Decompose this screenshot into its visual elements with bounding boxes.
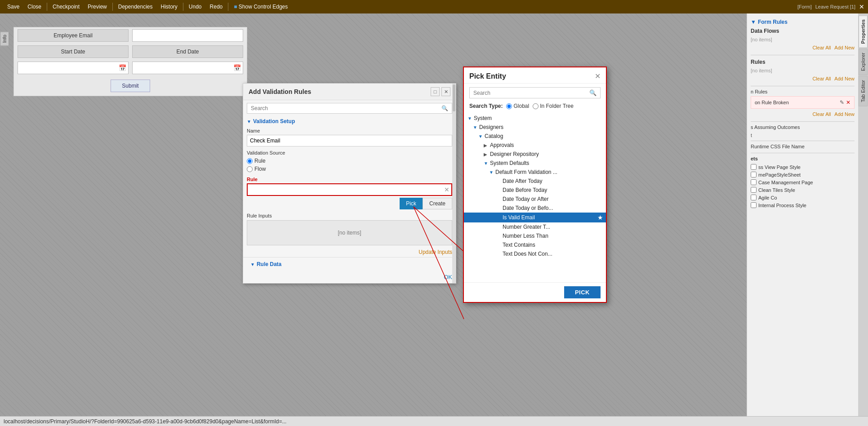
folder-tree-radio[interactable] xyxy=(533,103,539,109)
preview-button[interactable]: Preview xyxy=(84,2,111,12)
panel-divider-3 xyxy=(751,121,855,122)
toolbar-separator xyxy=(47,3,47,11)
folder-tree-label: In Folder Tree xyxy=(540,103,574,109)
start-date-label: Start Date xyxy=(18,45,129,58)
case-mgmt-checkbox[interactable] xyxy=(751,179,757,185)
info-tab[interactable]: Info xyxy=(0,31,9,46)
name-input[interactable] xyxy=(247,135,452,146)
internal-process-checkbox-row: Internal Process Style xyxy=(751,201,855,209)
tree-node-default-form-validation[interactable]: ▼ Default Form Validation ... xyxy=(464,168,606,177)
text-contains-label: Text Contains xyxy=(503,242,606,248)
rule-input-container: ✕ xyxy=(247,183,452,196)
rule-label: Rule xyxy=(247,177,452,182)
pick-entity-tree[interactable]: ▼ System ▼ Designers ▼ Catalog xyxy=(464,112,606,283)
update-inputs-link[interactable]: Update Inputs xyxy=(243,247,456,257)
status-bar: localhost/decisions/Primary/StudioH/?Fol… xyxy=(0,416,868,426)
tree-node-approvals[interactable]: ▶ Approvals xyxy=(464,141,606,150)
tree-node-is-valid-email[interactable]: ▶ Is Valid Email ★ xyxy=(464,213,606,222)
data-flows-add-new[interactable]: Add New xyxy=(834,45,855,50)
system-defaults-label: System Defaults xyxy=(490,160,606,166)
ok-link[interactable]: OK xyxy=(444,274,452,280)
undo-button[interactable]: Undo xyxy=(185,2,205,12)
date-today-before-label: Date Today or Befo... xyxy=(503,205,606,211)
tree-node-catalog[interactable]: ▼ Catalog xyxy=(464,132,606,141)
validation-source-label: Validation Source xyxy=(247,150,452,155)
tree-node-system[interactable]: ▼ System xyxy=(464,114,606,123)
tree-node-date-today-after[interactable]: ▶ Date Today or After xyxy=(464,195,606,204)
create-button[interactable]: Create xyxy=(423,198,452,209)
global-label: Global xyxy=(513,103,529,109)
tree-node-date-today-before[interactable]: ▶ Date Today or Befo... xyxy=(464,204,606,213)
data-flows-clear-all[interactable]: Clear All xyxy=(812,45,831,50)
rule-clear-button[interactable]: ✕ xyxy=(442,186,451,193)
date-after-today-label: Date After Today xyxy=(503,178,606,184)
tree-node-date-after-today[interactable]: ▶ Date After Today xyxy=(464,177,606,186)
pick-button[interactable]: Pick xyxy=(400,198,423,209)
pick-search-input[interactable] xyxy=(473,90,589,96)
tree-node-number-greater[interactable]: ▶ Number Greater T... xyxy=(464,222,606,231)
pick-type-row: Search Type: Global In Folder Tree xyxy=(464,102,606,112)
designers-expand-icon: ▼ xyxy=(473,125,478,130)
start-date-picker[interactable]: 📅 xyxy=(18,62,129,74)
clean-tiles-checkbox[interactable] xyxy=(751,187,757,193)
close-button[interactable]: Close xyxy=(24,2,45,12)
no-items-text: [no items] xyxy=(338,230,361,236)
rule-radio[interactable] xyxy=(247,158,253,164)
dialog-scrollthumb xyxy=(453,84,455,111)
agile-co-checkbox[interactable] xyxy=(751,195,757,200)
is-valid-email-label: Is Valid Email xyxy=(503,214,597,221)
tree-node-date-before-today[interactable]: ▶ Date Before Today xyxy=(464,186,606,195)
tree-node-text-does-not-contain[interactable]: ▶ Text Does Not Con... xyxy=(464,249,606,258)
ss-view-checkbox[interactable] xyxy=(751,164,757,170)
explorer-tab[interactable]: Explorer xyxy=(859,49,868,75)
toolbar-close-icon[interactable]: ✕ xyxy=(859,3,864,10)
tree-node-designers[interactable]: ▼ Designers xyxy=(464,123,606,132)
end-date-picker[interactable]: 📅 xyxy=(132,62,243,74)
rules-clear-all[interactable]: Clear All xyxy=(812,76,831,81)
tree-node-text-contains[interactable]: ▶ Text Contains xyxy=(464,240,606,249)
rules-subsection: Rules xyxy=(751,57,855,66)
show-control-edges-button[interactable]: ■ Show Control Edges xyxy=(230,2,291,12)
form-title: [Form] xyxy=(797,4,812,9)
broken-rules-clear-all[interactable]: Clear All xyxy=(812,111,831,117)
global-radio[interactable] xyxy=(506,103,512,109)
save-button[interactable]: Save xyxy=(4,2,23,12)
dialog-scrollbar[interactable] xyxy=(452,84,456,283)
homepage-checkbox[interactable] xyxy=(751,172,757,178)
pick-entity-close-button[interactable]: ✕ xyxy=(595,72,601,80)
broken-rule-delete-button[interactable]: ✕ xyxy=(846,99,850,106)
case-mgmt-checkbox-row: Case Management Page xyxy=(751,178,855,186)
rule-input[interactable] xyxy=(248,184,442,195)
history-button[interactable]: History xyxy=(157,2,181,12)
rule-radio-label: Rule xyxy=(254,158,266,164)
properties-tab[interactable]: Properties xyxy=(859,15,868,48)
panel-divider-5 xyxy=(751,153,855,153)
pick-action-button[interactable]: PICK xyxy=(564,286,601,298)
rule-data-section: ▼ Rule Data xyxy=(243,257,456,271)
broken-rules-add-new[interactable]: Add New xyxy=(834,111,855,117)
dialog-close-button[interactable]: ✕ xyxy=(441,87,450,96)
employee-email-input[interactable] xyxy=(132,29,243,42)
submit-button[interactable]: Submit xyxy=(111,80,150,92)
tree-node-system-defaults[interactable]: ▼ System Defaults xyxy=(464,159,606,168)
internal-process-checkbox[interactable] xyxy=(751,202,757,208)
submit-row: Submit xyxy=(14,76,247,96)
checkpoint-button[interactable]: Checkpoint xyxy=(49,2,83,12)
system-defaults-expand-icon: ▼ xyxy=(484,161,489,166)
tab-editor-tab[interactable]: Tab Editor xyxy=(859,76,868,106)
system-expand-icon: ▼ xyxy=(467,116,473,121)
tree-node-number-less[interactable]: ▶ Number Less Than xyxy=(464,231,606,240)
broken-rule-edit-button[interactable]: ✎ xyxy=(840,99,844,106)
broken-rules-actions: Clear All Add New xyxy=(751,111,855,120)
star-icon: ★ xyxy=(597,214,603,221)
redo-button[interactable]: Redo xyxy=(206,2,227,12)
flow-radio[interactable] xyxy=(247,166,253,172)
dependencies-button[interactable]: Dependencies xyxy=(115,2,156,12)
tree-node-designer-repository[interactable]: ▶ Designer Repository xyxy=(464,150,606,159)
homepage-label: mePageStyleSheet xyxy=(758,172,801,178)
dialog-search-input[interactable] xyxy=(251,105,441,111)
page-title: Leave Request [1] xyxy=(815,4,855,9)
dialog-minimize-button[interactable]: □ xyxy=(431,87,440,96)
rules-add-new[interactable]: Add New xyxy=(834,76,855,81)
rules-actions: Clear All Add New xyxy=(751,75,855,84)
